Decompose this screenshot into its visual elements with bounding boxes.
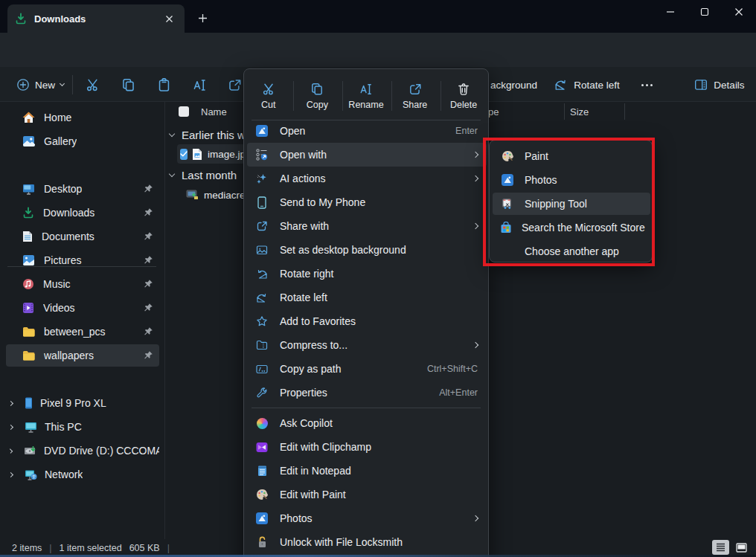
tab-downloads[interactable]: Downloads <box>7 4 185 33</box>
menu-item-edit-with-paint[interactable]: Edit with Paint <box>247 483 487 506</box>
pin-icon <box>144 231 153 241</box>
menu-item-edit-with-clipchamp[interactable]: Edit with Clipchamp <box>247 435 487 459</box>
set-as-background-button[interactable]: ackground <box>490 73 544 97</box>
new-tab-button[interactable] <box>193 9 211 27</box>
pin-icon <box>144 350 153 360</box>
file-name: mediacre <box>204 190 246 201</box>
column-divider[interactable] <box>564 103 565 120</box>
tab-close-icon[interactable] <box>161 10 177 27</box>
menu-item-unlock-with-file-locksmith[interactable]: Unlock with File Locksmith <box>247 530 487 554</box>
sidebar-item-pixel-9-pro-xl[interactable]: Pixel 9 Pro XL <box>6 392 159 414</box>
status-separator: | <box>167 543 170 553</box>
menu-item-open[interactable]: Open Enter <box>247 119 487 143</box>
menu-item-open-with[interactable]: Open with <box>247 143 487 167</box>
sidebar-item-wallpapers[interactable]: wallpapers <box>6 344 159 367</box>
expand-chevron-icon[interactable] <box>8 424 13 429</box>
paste-icon <box>157 78 171 92</box>
menu-item-properties[interactable]: Properties Alt+Enter <box>247 381 487 405</box>
column-header-name[interactable]: Name <box>201 103 227 120</box>
expand-chevron-icon[interactable] <box>8 471 13 477</box>
quick-action-label: Copy <box>307 100 328 110</box>
rotate-left-button[interactable]: Rotate left <box>552 73 622 97</box>
group-collapse-icon[interactable] <box>169 130 175 136</box>
delete-menu-button[interactable]: Delete <box>439 75 488 117</box>
close-button[interactable] <box>722 0 756 24</box>
navigation-pane: Home Gallery Desktop Downloads <box>0 102 165 539</box>
pin-icon <box>144 207 153 217</box>
sidebar-item-downloads[interactable]: Downloads <box>6 202 159 224</box>
window-controls <box>653 0 756 24</box>
share-menu-button[interactable]: Share <box>391 75 440 117</box>
thumbnail-view-button[interactable] <box>733 540 750 555</box>
column-divider[interactable] <box>624 103 625 120</box>
details-button[interactable]: Details <box>691 73 749 97</box>
sidebar-item-label: Videos <box>43 302 75 314</box>
menu-item-send-to-my-phone[interactable]: Send to My Phone <box>247 190 487 214</box>
sidebar-item-this-pc[interactable]: This PC <box>6 416 159 438</box>
expand-chevron-icon[interactable] <box>8 448 13 453</box>
column-type-label-fragment: pe <box>488 106 499 117</box>
menu-item-ask-copilot[interactable]: Ask Copilot <box>247 411 487 435</box>
rename-button[interactable] <box>188 73 211 97</box>
chevron-down-icon <box>60 81 65 86</box>
copy-menu-button[interactable]: Copy <box>293 75 342 117</box>
menu-divider <box>252 408 481 408</box>
sidebar-item-documents[interactable]: Documents <box>6 225 159 248</box>
sidebar-item-dvd-drive[interactable]: DVD Drive (D:) CCCOMA_X64FF <box>6 440 159 462</box>
sidebar-item-label: Gallery <box>44 135 77 147</box>
rename-menu-button[interactable]: Rename <box>342 75 391 117</box>
menu-item-photos[interactable]: Photos <box>247 506 487 530</box>
column-header-type[interactable]: pe <box>488 103 499 120</box>
group-last-month[interactable]: Last month <box>170 166 237 184</box>
clipchamp-icon <box>254 442 269 453</box>
sidebar-item-label: This PC <box>45 421 82 433</box>
minimize-button[interactable] <box>653 0 688 24</box>
tab-label: Downloads <box>34 13 161 25</box>
sidebar-item-videos[interactable]: Videos <box>6 297 159 319</box>
new-button[interactable]: New <box>10 73 70 97</box>
menu-item-rotate-left[interactable]: Rotate left <box>247 286 487 309</box>
menu-item-edit-in-notepad[interactable]: Edit in Notepad <box>247 459 487 483</box>
file-row-image[interactable]: image.jp <box>177 144 246 164</box>
details-panel-icon <box>694 79 708 91</box>
photos-app-icon <box>254 512 269 524</box>
cut-button[interactable] <box>80 73 104 97</box>
sidebar-item-music[interactable]: Music <box>6 273 159 295</box>
cut-menu-button[interactable]: Cut <box>244 75 293 117</box>
sidebar-item-between-pcs[interactable]: between_pcs <box>6 321 159 343</box>
sidebar-item-desktop[interactable]: Desktop <box>6 178 159 200</box>
menu-shortcut: Enter <box>455 126 478 136</box>
sidebar-item-pictures[interactable]: Pictures <box>6 249 159 271</box>
menu-item-add-to-favorites[interactable]: Add to Favorites <box>247 309 487 333</box>
menu-item-copy-as-path[interactable]: Copy as path Ctrl+Shift+C <box>247 357 487 381</box>
paste-button[interactable] <box>152 73 176 97</box>
menu-item-ai-actions[interactable]: AI actions <box>247 167 487 190</box>
menu-shortcut: Ctrl+Shift+C <box>427 364 478 374</box>
details-view-button[interactable] <box>712 540 729 555</box>
sidebar-item-home[interactable]: Home <box>6 106 159 129</box>
group-collapse-icon[interactable] <box>169 170 175 176</box>
copy-path-icon <box>254 364 269 374</box>
copy-button[interactable] <box>116 73 140 97</box>
titlebar: Downloads <box>0 0 756 33</box>
file-checkbox-checked[interactable] <box>180 149 188 160</box>
menu-item-set-as-desktop-background[interactable]: Set as desktop background <box>247 238 487 262</box>
column-header-checkbox[interactable] <box>179 103 189 120</box>
select-all-checkbox[interactable] <box>179 106 189 117</box>
menu-item-share-with[interactable]: Share with <box>247 214 487 238</box>
music-icon <box>22 278 34 290</box>
menu-item-rotate-right[interactable]: Rotate right <box>247 262 487 286</box>
star-icon <box>254 315 269 327</box>
navigation-bar: Downloads Search Downloads <box>0 33 756 67</box>
expand-chevron-icon[interactable] <box>8 400 13 405</box>
group-earlier-this-week[interactable]: Earlier this w <box>170 126 246 144</box>
see-more-button[interactable] <box>634 73 659 97</box>
dvd-drive-icon <box>24 445 36 456</box>
column-header-size[interactable]: Size <box>570 103 589 120</box>
sidebar-item-gallery[interactable]: Gallery <box>6 130 159 152</box>
sidebar-item-network[interactable]: Network <box>6 463 159 486</box>
maximize-button[interactable] <box>688 0 722 24</box>
file-row-mediacreationtool[interactable]: mediacre <box>186 185 246 205</box>
copy-icon <box>121 78 135 92</box>
menu-item-compress-to[interactable]: Compress to... <box>247 333 487 357</box>
